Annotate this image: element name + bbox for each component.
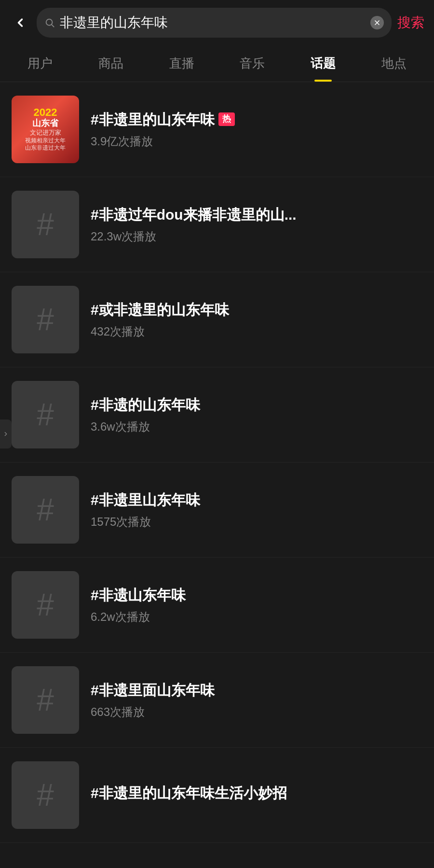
topic-info: #非遗山东年味 6.2w次播放 xyxy=(91,586,422,625)
list-item[interactable]: # #非遗里的山东年味生活小妙招 xyxy=(0,748,434,843)
search-bar[interactable]: 非遗里的山东年味 xyxy=(37,8,392,38)
topic-title: #非遗的山东年味 xyxy=(91,395,422,414)
clear-button[interactable] xyxy=(370,16,384,29)
thumbnail-subtitle3: 山东非遗过大年 xyxy=(25,144,66,152)
topic-title: #非遗里山东年味 xyxy=(91,490,422,509)
topic-title: #或非遗里的山东年味 xyxy=(91,300,422,319)
tab-place[interactable]: 地点 xyxy=(358,45,429,82)
results-list: 2022 山东省 文记进万家 视频相亲过大年 山东非遗过大年 #非遗里的山东年味… xyxy=(0,82,434,843)
topic-title-text: #非遗的山东年味 xyxy=(91,395,200,414)
topic-info: #非遗里山东年味 1575次播放 xyxy=(91,490,422,530)
topic-count: 3.9亿次播放 xyxy=(91,134,422,149)
topic-count: 6.2w次播放 xyxy=(91,609,422,625)
hash-icon: # xyxy=(37,685,54,715)
list-item[interactable]: # #非遗过年dou来播非遗里的山... 22.3w次播放 xyxy=(0,177,434,272)
hash-icon: # xyxy=(37,304,54,335)
svg-point-0 xyxy=(46,19,53,26)
topic-title: #非遗过年dou来播非遗里的山... xyxy=(91,205,422,224)
hash-icon: # xyxy=(37,399,54,430)
thumbnail-province-text: 山东省 xyxy=(32,118,58,129)
topic-title: #非遗里面山东年味 xyxy=(91,681,422,700)
tab-music[interactable]: 音乐 xyxy=(217,45,288,82)
topic-count: 663次播放 xyxy=(91,704,422,720)
list-item[interactable]: # #非遗山东年味 6.2w次播放 xyxy=(0,558,434,653)
side-collapse-arrow[interactable] xyxy=(0,420,12,448)
hash-icon: # xyxy=(37,780,54,811)
topic-title-text: #或非遗里的山东年味 xyxy=(91,300,229,319)
header: 非遗里的山东年味 搜索 xyxy=(0,0,434,45)
topic-thumbnail: # xyxy=(12,761,79,829)
search-input[interactable]: 非遗里的山东年味 xyxy=(60,14,366,32)
topic-title: #非遗山东年味 xyxy=(91,586,422,604)
topic-info: #非遗过年dou来播非遗里的山... 22.3w次播放 xyxy=(91,205,422,244)
topic-info: #非遗的山东年味 3.6w次播放 xyxy=(91,395,422,434)
topic-title: #非遗里的山东年味生活小妙招 xyxy=(91,784,422,802)
back-button[interactable] xyxy=(10,12,31,33)
hash-icon: # xyxy=(37,589,54,620)
list-item[interactable]: 2022 山东省 文记进万家 视频相亲过大年 山东非遗过大年 #非遗里的山东年味… xyxy=(0,82,434,177)
list-item[interactable]: # #或非遗里的山东年味 432次播放 xyxy=(0,272,434,367)
list-item[interactable]: # #非遗里面山东年味 663次播放 xyxy=(0,653,434,748)
thumbnail-subtitle1: 文记进万家 xyxy=(30,129,61,137)
thumbnail-subtitle2: 视频相亲过大年 xyxy=(25,137,66,145)
topic-thumbnail: # xyxy=(12,381,79,448)
tab-user[interactable]: 用户 xyxy=(5,45,76,82)
topic-title-text: #非遗里山东年味 xyxy=(91,490,200,509)
topic-thumbnail: 2022 山东省 文记进万家 视频相亲过大年 山东非遗过大年 xyxy=(12,96,79,163)
tab-topic[interactable]: 话题 xyxy=(288,45,359,82)
hash-icon: # xyxy=(37,494,54,525)
topic-count: 22.3w次播放 xyxy=(91,229,422,244)
topic-info: #非遗里面山东年味 663次播放 xyxy=(91,681,422,720)
topic-thumbnail: # xyxy=(12,286,79,353)
topic-count: 432次播放 xyxy=(91,324,422,339)
topic-count: 1575次播放 xyxy=(91,514,422,530)
topic-thumbnail: # xyxy=(12,476,79,544)
tab-product[interactable]: 商品 xyxy=(76,45,147,82)
nav-tabs: 用户 商品 直播 音乐 话题 地点 xyxy=(0,45,434,82)
hot-badge: 热 xyxy=(218,112,235,126)
topic-title-text: #非遗山东年味 xyxy=(91,586,186,604)
svg-line-1 xyxy=(52,25,54,27)
list-item[interactable]: # #非遗的山东年味 3.6w次播放 xyxy=(0,367,434,462)
list-item[interactable]: # #非遗里山东年味 1575次播放 xyxy=(0,462,434,558)
topic-thumbnail: # xyxy=(12,666,79,734)
tab-live[interactable]: 直播 xyxy=(146,45,217,82)
hash-icon: # xyxy=(37,209,54,240)
thumbnail-year-text: 2022 xyxy=(34,107,57,118)
topic-title: #非遗里的山东年味 热 xyxy=(91,110,422,129)
topic-title-text: #非遗里的山东年味 xyxy=(91,110,215,129)
topic-info: #或非遗里的山东年味 432次播放 xyxy=(91,300,422,339)
topic-count: 3.6w次播放 xyxy=(91,419,422,434)
search-button[interactable]: 搜索 xyxy=(397,14,424,32)
topic-thumbnail: # xyxy=(12,191,79,258)
topic-title-text: #非遗过年dou来播非遗里的山... xyxy=(91,205,297,224)
topic-info: #非遗里的山东年味 热 3.9亿次播放 xyxy=(91,110,422,149)
topic-title-text: #非遗里面山东年味 xyxy=(91,681,215,700)
topic-thumbnail: # xyxy=(12,571,79,639)
topic-info: #非遗里的山东年味生活小妙招 xyxy=(91,784,422,807)
topic-title-text: #非遗里的山东年味生活小妙招 xyxy=(91,784,287,802)
search-icon xyxy=(44,17,55,28)
